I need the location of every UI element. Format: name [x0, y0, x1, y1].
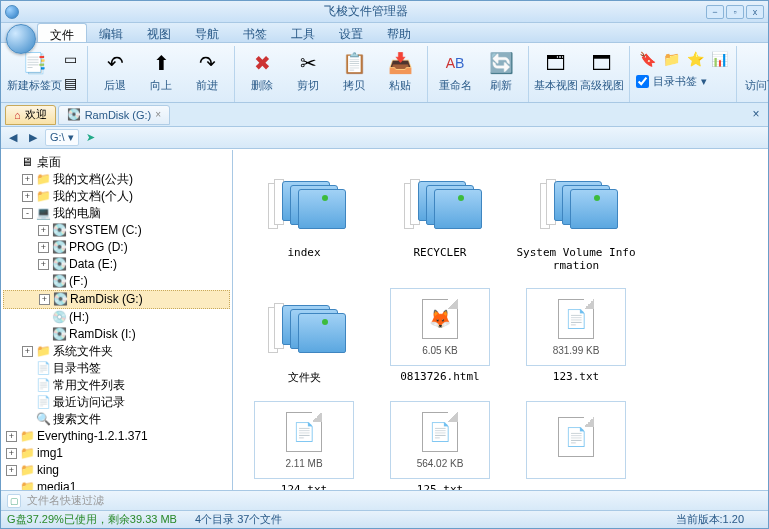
- expander-icon[interactable]: -: [22, 208, 33, 219]
- folder-item[interactable]: RECYCLER: [375, 160, 505, 276]
- file-icon: 📄: [286, 412, 322, 452]
- file-list[interactable]: indexRECYCLERSystem Volume Information文件…: [233, 150, 768, 490]
- tab-style-2-button[interactable]: ▤: [59, 72, 81, 94]
- tree-node[interactable]: +📁我的文档(个人): [3, 188, 230, 205]
- bm-1-button[interactable]: 🔖: [636, 48, 658, 70]
- expander-icon[interactable]: +: [38, 242, 49, 253]
- tree-node[interactable]: +💽RamDisk (G:): [3, 290, 230, 309]
- bm-4-button[interactable]: 📊: [708, 48, 730, 70]
- tree-node[interactable]: 📄最近访问记录: [3, 394, 230, 411]
- copy-button[interactable]: 📋拷贝: [333, 48, 375, 95]
- tab-style-1-button[interactable]: ▭: [59, 48, 81, 70]
- tree-icon: 💽: [52, 240, 66, 255]
- close-button[interactable]: x: [746, 5, 764, 19]
- delete-button[interactable]: ✖删除: [241, 48, 283, 95]
- tree-node[interactable]: +💽Data (E:): [3, 256, 230, 273]
- doc-tab-1[interactable]: 💽 RamDisk (G:) ×: [58, 105, 170, 125]
- tree-node[interactable]: -💻我的电脑: [3, 205, 230, 222]
- tree-label: 系统文件夹: [53, 344, 113, 359]
- tree-node[interactable]: +📁系统文件夹: [3, 343, 230, 360]
- file-item[interactable]: 📄2.11 MB124.txt: [239, 397, 369, 490]
- visit-site-button[interactable]: 🌐 访问飞梭的互联网站点: [743, 48, 769, 95]
- tree-node[interactable]: 📁media1: [3, 479, 230, 490]
- basic-view-button[interactable]: 🗔基本视图: [535, 48, 577, 95]
- file-icon: 🦊: [422, 299, 458, 339]
- nav-fwd-icon[interactable]: ▶: [25, 130, 41, 146]
- folder-item[interactable]: System Volume Information: [511, 160, 641, 276]
- doc-tab-0[interactable]: ⌂ 欢迎: [5, 105, 56, 125]
- ribbon-tab-3[interactable]: 导航: [183, 23, 231, 42]
- status-disk: G盘37.29%已使用，剩余39.33 MB: [7, 512, 177, 527]
- ribbon-tab-1[interactable]: 编辑: [87, 23, 135, 42]
- ribbon-tab-5[interactable]: 工具: [279, 23, 327, 42]
- new-tab-button[interactable]: 📑 新建标签页: [13, 48, 55, 95]
- app-orb-button[interactable]: [6, 24, 36, 54]
- expander-icon[interactable]: +: [6, 448, 17, 459]
- tree-label: 我的文档(个人): [53, 189, 133, 204]
- tree-node[interactable]: +📁我的文档(公共): [3, 171, 230, 188]
- tree-node[interactable]: 🔍搜索文件: [3, 411, 230, 428]
- tree-icon: 🖥: [20, 155, 34, 170]
- tree-node[interactable]: +📁img1: [3, 445, 230, 462]
- ribbon-tab-0[interactable]: 文件: [37, 23, 87, 42]
- tree-node[interactable]: 📄目录书签: [3, 360, 230, 377]
- tree-node[interactable]: 📄常用文件列表: [3, 377, 230, 394]
- tree-node[interactable]: 💽 (F:): [3, 273, 230, 290]
- up-button[interactable]: ⬆向上: [140, 48, 182, 95]
- tree-node[interactable]: +💽PROG (D:): [3, 239, 230, 256]
- tree-icon: 📄: [36, 378, 50, 393]
- bm-2-button[interactable]: 📁: [660, 48, 682, 70]
- minimize-button[interactable]: −: [706, 5, 724, 19]
- expander-icon[interactable]: +: [39, 294, 50, 305]
- expander-icon[interactable]: +: [6, 465, 17, 476]
- filter-input[interactable]: 文件名快速过滤: [27, 493, 762, 508]
- close-all-tabs-button[interactable]: ×: [748, 107, 764, 123]
- nav-go-icon[interactable]: ➤: [83, 130, 99, 146]
- forward-button[interactable]: ↷前进: [186, 48, 228, 95]
- folder-item[interactable]: index: [239, 160, 369, 276]
- file-icon: 📄: [422, 412, 458, 452]
- expander-icon[interactable]: +: [38, 259, 49, 270]
- expander-icon[interactable]: +: [38, 225, 49, 236]
- tree-node[interactable]: +💽SYSTEM (C:): [3, 222, 230, 239]
- cut-button[interactable]: ✂剪切: [287, 48, 329, 95]
- ribbon-tab-6[interactable]: 设置: [327, 23, 375, 42]
- rename-button[interactable]: AB重命名: [434, 48, 476, 95]
- paste-button[interactable]: 📥粘贴: [379, 48, 421, 95]
- expander-icon[interactable]: +: [22, 346, 33, 357]
- file-item[interactable]: 🦊6.05 KB0813726.html: [375, 284, 505, 389]
- tree-node[interactable]: 💿 (H:): [3, 309, 230, 326]
- tree-node[interactable]: +📁king: [3, 462, 230, 479]
- advanced-view-button[interactable]: 🗖高级视图: [581, 48, 623, 95]
- file-item[interactable]: 📄: [511, 397, 641, 490]
- expander-icon[interactable]: +: [22, 191, 33, 202]
- expander-icon[interactable]: +: [22, 174, 33, 185]
- bm-3-button[interactable]: ⭐: [684, 48, 706, 70]
- nav-back-icon[interactable]: ◀: [5, 130, 21, 146]
- expander-icon[interactable]: +: [6, 431, 17, 442]
- ribbon-tab-2[interactable]: 视图: [135, 23, 183, 42]
- item-name: System Volume Information: [515, 246, 637, 272]
- folder-item[interactable]: 文件夹: [239, 284, 369, 389]
- tree-icon: 💿: [52, 310, 66, 325]
- back-button[interactable]: ↶后退: [94, 48, 136, 95]
- dir-bookmark-checkbox[interactable]: 目录书签 ▾: [636, 74, 730, 89]
- delete-icon: ✖: [248, 50, 276, 76]
- folder-tree[interactable]: 🖥桌面+📁我的文档(公共)+📁我的文档(个人)-💻我的电脑+💽SYSTEM (C…: [1, 150, 233, 490]
- breadcrumb-drive[interactable]: G:\ ▾: [45, 129, 79, 146]
- tree-label: 目录书签: [53, 361, 101, 376]
- tree-node[interactable]: 🖥桌面: [3, 154, 230, 171]
- ribbon-tab-4[interactable]: 书签: [231, 23, 279, 42]
- file-item[interactable]: 📄831.99 KB123.txt: [511, 284, 641, 389]
- refresh-button[interactable]: 🔄刷新: [480, 48, 522, 95]
- tree-node[interactable]: 💽RamDisk (I:): [3, 326, 230, 343]
- tree-label: (H:): [69, 310, 89, 325]
- file-item[interactable]: 📄564.02 KB125.txt: [375, 397, 505, 490]
- tree-label: RamDisk (G:): [70, 292, 143, 307]
- new-tab-icon: 📑: [20, 50, 48, 76]
- refresh-icon: 🔄: [487, 50, 515, 76]
- ribbon-tab-7[interactable]: 帮助: [375, 23, 423, 42]
- maximize-button[interactable]: ▫: [726, 5, 744, 19]
- tree-node[interactable]: +📁Everything-1.2.1.371: [3, 428, 230, 445]
- tree-label: Data (E:): [69, 257, 117, 272]
